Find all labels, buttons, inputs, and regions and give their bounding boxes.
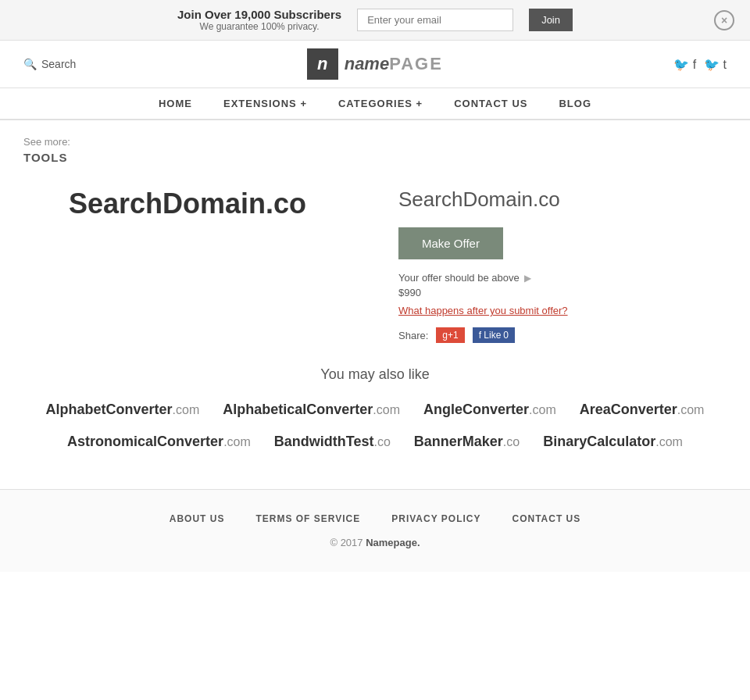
similar-bold: AngleConverter <box>423 402 529 418</box>
similar-bold: AreaConverter <box>580 402 677 418</box>
domain-info: SearchDomain.co Make Offer Your offer sh… <box>398 188 727 343</box>
nav-contact[interactable]: CONTACT US <box>454 98 527 109</box>
social-icons: 🐦 f 🐦 t <box>673 57 727 72</box>
similar-grid: AlphabetConverter.comAlphabeticalConvert… <box>23 402 727 450</box>
close-banner-button[interactable]: × <box>714 10 734 30</box>
search-label: Search <box>41 58 76 70</box>
top-banner: Join Over 19,000 Subscribers We guarante… <box>0 0 750 41</box>
header: 🔍 Search n namePAGE 🐦 f 🐦 t <box>0 41 750 88</box>
nav-extensions[interactable]: EXTENSIONS + <box>223 98 307 109</box>
share-area: Share: g+1 f Like 0 <box>398 327 727 343</box>
similar-domain-item[interactable]: BannerMaker.co <box>414 434 520 450</box>
similar-bold: AstronomicalConverter <box>67 434 223 450</box>
nav-home[interactable]: HOME <box>159 98 192 109</box>
logo[interactable]: n namePAGE <box>307 48 443 80</box>
similar-ext: .co <box>373 435 390 449</box>
similar-bold: BandwidthTest <box>274 434 374 450</box>
similar-bold: AlphabetConverter <box>46 402 173 418</box>
offer-info-text: Your offer should be above ▶ <box>398 272 727 284</box>
nav-blog[interactable]: BLOG <box>559 98 591 109</box>
similar-domain-item[interactable]: AstronomicalConverter.com <box>67 434 251 450</box>
main-nav: HOME EXTENSIONS + CATEGORIES + CONTACT U… <box>0 88 750 120</box>
footer-privacy[interactable]: PRIVACY POLICY <box>391 513 480 524</box>
similar-domain-item[interactable]: BandwidthTest.co <box>274 434 391 450</box>
what-happens-link[interactable]: What happens after you submit offer? <box>398 305 727 316</box>
google-plus-button[interactable]: g+1 <box>436 327 464 343</box>
similar-ext: .com <box>529 403 556 417</box>
domain-logo: SearchDomain.co <box>69 188 306 220</box>
logo-page: PAGE <box>389 54 443 73</box>
share-label: Share: <box>398 330 428 341</box>
search-icon: 🔍 <box>23 58 37 70</box>
similar-domain-item[interactable]: AlphabeticalConverter.com <box>223 402 400 418</box>
twitter-icon[interactable]: 🐦 t <box>704 57 727 72</box>
facebook-like-button[interactable]: f Like 0 <box>473 327 515 343</box>
banner-main-text: Join Over 19,000 Subscribers <box>177 8 341 21</box>
banner-sub-text: We guarantee 100% privacy. <box>177 21 341 32</box>
similar-ext: .com <box>655 435 683 449</box>
domain-logo-area: SearchDomain.co <box>23 188 352 220</box>
footer: ABOUT US TERMS OF SERVICE PRIVACY POLICY… <box>0 489 750 572</box>
copyright: © 2017 Namepage. <box>16 537 734 556</box>
nav-categories[interactable]: CATEGORIES + <box>338 98 423 109</box>
logo-name: name <box>345 54 389 73</box>
email-input[interactable] <box>357 9 513 31</box>
similar-bold: BinaryCalculator <box>543 434 655 450</box>
domain-title: SearchDomain.co <box>398 188 727 212</box>
category-link[interactable]: TOOLS <box>23 151 727 164</box>
similar-domain-item[interactable]: BinaryCalculator.com <box>543 434 683 450</box>
brand-name: Namepage. <box>366 537 420 548</box>
similar-domain-item[interactable]: AngleConverter.com <box>423 402 556 418</box>
domain-area: SearchDomain.co SearchDomain.co Make Off… <box>23 188 727 343</box>
footer-contact[interactable]: CONTACT US <box>512 513 580 524</box>
similar-ext: .com <box>677 403 705 417</box>
logo-text: namePAGE <box>345 55 443 73</box>
similar-title: You may also like <box>23 366 727 383</box>
similar-ext: .com <box>173 403 200 417</box>
arrow-icon: ▶ <box>524 273 531 284</box>
footer-terms[interactable]: TERMS OF SERVICE <box>255 513 360 524</box>
join-button[interactable]: Join <box>529 9 573 31</box>
footer-links: ABOUT US TERMS OF SERVICE PRIVACY POLICY… <box>16 505 734 524</box>
banner-text: Join Over 19,000 Subscribers We guarante… <box>177 8 341 32</box>
similar-bold: BannerMaker <box>414 434 503 450</box>
similar-ext: .com <box>223 435 251 449</box>
similar-domain-item[interactable]: AreaConverter.com <box>580 402 705 418</box>
offer-amount: $990 <box>398 287 727 298</box>
make-offer-button[interactable]: Make Offer <box>398 227 503 259</box>
domain-logo-light: Domain <box>162 188 266 220</box>
similar-ext: .co <box>503 435 520 449</box>
similar-ext: .com <box>373 403 400 417</box>
search-link[interactable]: 🔍 Search <box>23 58 76 70</box>
similar-domain-item[interactable]: AlphabetConverter.com <box>46 402 200 418</box>
similar-bold: AlphabeticalConverter <box>223 402 373 418</box>
see-more-label: See more: <box>23 136 727 148</box>
similar-section: You may also like AlphabetConverter.comA… <box>23 366 727 450</box>
facebook-icon[interactable]: 🐦 f <box>673 57 696 72</box>
logo-symbol: n <box>307 48 338 80</box>
footer-about[interactable]: ABOUT US <box>170 513 225 524</box>
domain-logo-ext: .co <box>266 188 306 220</box>
main-content: See more: TOOLS SearchDomain.co SearchDo… <box>0 120 750 489</box>
domain-logo-bold: Search <box>69 188 162 220</box>
copyright-text: © 2017 <box>330 537 366 548</box>
